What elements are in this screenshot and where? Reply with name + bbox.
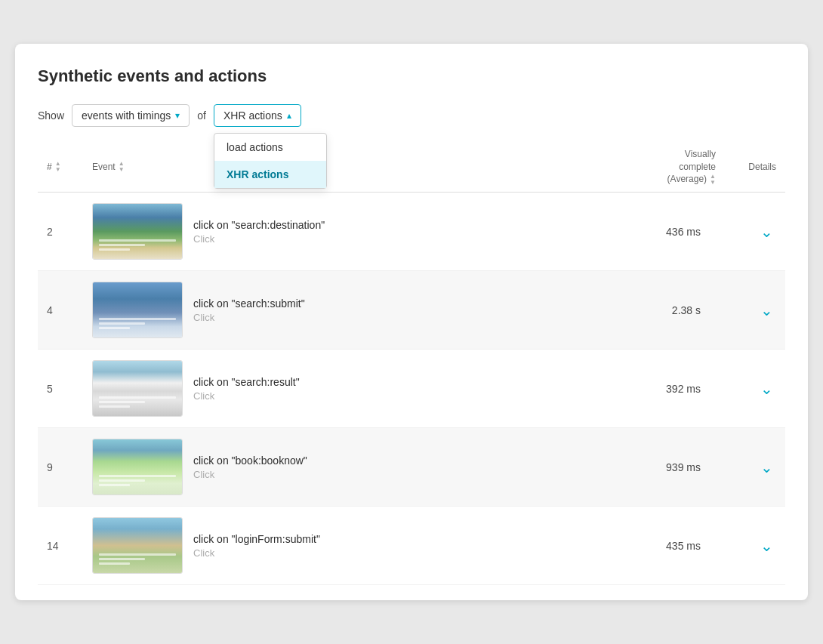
timing-value: 939 ms xyxy=(580,461,716,473)
expand-row-button[interactable]: ⌄ xyxy=(757,455,776,479)
timing-value: 392 ms xyxy=(580,383,716,395)
event-cell: click on "search:destination" Click xyxy=(92,203,580,260)
timing-value: 2.38 s xyxy=(580,304,716,316)
event-name: click on "search:destination" xyxy=(193,219,325,231)
row-number: 5 xyxy=(47,383,92,395)
event-cell: click on "search:result" Click xyxy=(92,360,580,417)
show-label: Show xyxy=(38,109,64,122)
th-details: Details xyxy=(716,162,776,172)
event-thumbnail xyxy=(92,360,183,417)
row-number: 4 xyxy=(47,304,92,316)
details-cell: ⌄ xyxy=(716,377,776,401)
event-thumbnail xyxy=(92,439,183,495)
timing-value: 436 ms xyxy=(580,226,716,238)
expand-row-button[interactable]: ⌄ xyxy=(757,298,776,322)
th-visually: Visually complete (Average) ▲▼ xyxy=(580,148,716,186)
event-thumbnail xyxy=(92,517,183,574)
actions-dropdown-container: XHR actions ▴ load actions XHR actions xyxy=(214,104,301,127)
sort-number-icon: ▲▼ xyxy=(55,161,61,173)
timing-value: 435 ms xyxy=(580,540,716,552)
event-type: Click xyxy=(193,390,300,402)
event-name: click on "book:booknow" xyxy=(193,454,307,467)
row-number: 14 xyxy=(47,540,92,552)
row-number: 9 xyxy=(47,461,92,473)
th-event: Event ▲▼ xyxy=(92,161,580,173)
events-dropdown-value: events with timings xyxy=(82,109,171,122)
table-row: 5 click on "search:result" Click 392 ms … xyxy=(38,350,785,428)
event-cell: click on "book:booknow" Click xyxy=(92,439,580,495)
actions-dropdown-button[interactable]: XHR actions ▴ xyxy=(214,104,301,127)
event-thumbnail xyxy=(92,282,183,338)
event-type: Click xyxy=(193,312,305,323)
of-label: of xyxy=(197,109,206,122)
event-type: Click xyxy=(193,469,307,480)
sort-event-icon: ▲▼ xyxy=(119,161,125,173)
details-cell: ⌄ xyxy=(716,298,776,322)
details-cell: ⌄ xyxy=(716,534,776,558)
details-cell: ⌄ xyxy=(716,455,776,479)
events-dropdown-chevron: ▾ xyxy=(175,110,180,121)
table-row: 2 click on "search:destination" Click 43… xyxy=(38,193,785,271)
expand-row-button[interactable]: ⌄ xyxy=(757,534,776,558)
dropdown-option-xhr-actions[interactable]: XHR actions xyxy=(214,161,326,188)
card-title: Synthetic events and actions xyxy=(38,66,785,86)
table-row: 9 click on "book:booknow" Click 939 ms ⌄ xyxy=(38,428,785,507)
event-cell: click on "loginForm:submit" Click xyxy=(92,517,580,574)
actions-dropdown-value: XHR actions xyxy=(223,109,282,122)
events-dropdown-button[interactable]: events with timings ▾ xyxy=(72,104,190,127)
sort-visually-icon: ▲▼ xyxy=(710,174,716,186)
dropdown-option-load-actions[interactable]: load actions xyxy=(214,134,326,161)
th-number: # ▲▼ xyxy=(47,161,92,173)
expand-row-button[interactable]: ⌄ xyxy=(757,377,776,401)
table-row: 14 click on "loginForm:submit" Click 435… xyxy=(38,507,785,585)
event-cell: click on "search:submit" Click xyxy=(92,282,580,338)
event-type: Click xyxy=(193,233,325,245)
event-name: click on "loginForm:submit" xyxy=(193,533,320,545)
event-thumbnail xyxy=(92,203,183,260)
actions-dropdown-menu: load actions XHR actions xyxy=(214,133,327,189)
actions-dropdown-chevron: ▴ xyxy=(287,110,291,121)
event-name: click on "search:result" xyxy=(193,376,300,388)
row-number: 2 xyxy=(47,226,92,238)
table-row: 4 click on "search:submit" Click 2.38 s … xyxy=(38,271,785,350)
synthetic-events-card: Synthetic events and actions Show events… xyxy=(15,44,808,600)
details-cell: ⌄ xyxy=(716,220,776,244)
expand-row-button[interactable]: ⌄ xyxy=(757,220,776,244)
table-header: # ▲▼ Event ▲▼ Visually complete (Average… xyxy=(38,142,785,193)
event-type: Click xyxy=(193,547,320,559)
filter-row: Show events with timings ▾ of XHR action… xyxy=(38,104,785,127)
event-name: click on "search:submit" xyxy=(193,297,305,310)
